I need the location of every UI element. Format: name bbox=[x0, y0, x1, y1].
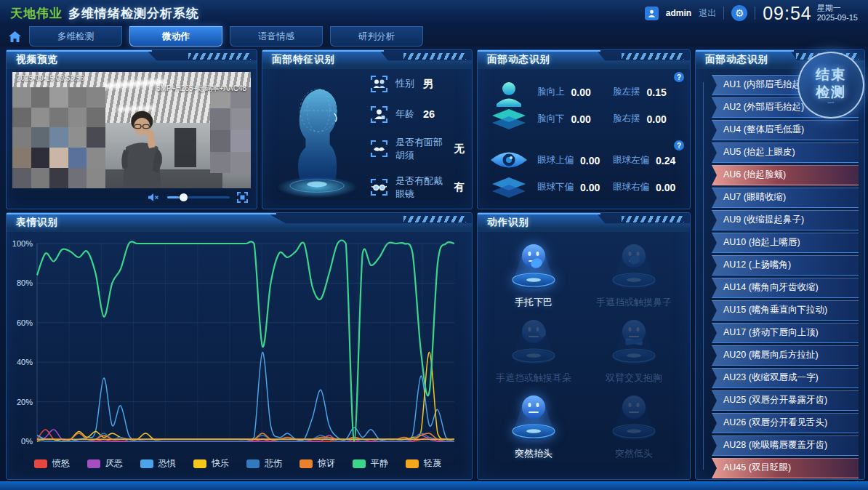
nav-bar: 多维检测微动作语音情感研判分析 bbox=[0, 26, 868, 47]
legend-item[interactable]: 平静 bbox=[353, 457, 388, 470]
username: admin bbox=[666, 8, 691, 18]
brand-logo: 天地伟业 bbox=[10, 5, 63, 22]
privacy-mosaic bbox=[12, 87, 105, 188]
volume-slider[interactable] bbox=[167, 196, 230, 198]
chart-legend: 愤怒厌恶恐惧快乐悲伤惊讶平静轻蔑 bbox=[9, 457, 466, 470]
tab-4[interactable]: 研判分析 bbox=[330, 26, 423, 47]
legend-item[interactable]: 恐惧 bbox=[140, 457, 176, 470]
action-grid: 手托下巴手遮挡或触摸鼻子手遮挡或触摸耳朵双臂交叉抱胸突然抬头突然低头 bbox=[478, 232, 690, 460]
mute-icon[interactable] bbox=[148, 193, 160, 202]
au-item[interactable]: AU45 (双目眨眼) bbox=[712, 458, 859, 478]
au-item[interactable]: AU17 (挤动下唇向上顶) bbox=[712, 323, 859, 343]
au-item[interactable]: AU12 (上扬嘴角) bbox=[712, 255, 859, 276]
feature-value: 无 bbox=[454, 142, 465, 156]
legend-item[interactable]: 惊讶 bbox=[300, 457, 335, 470]
clock: 09:54 星期一 2025-09-15 bbox=[763, 3, 858, 24]
legend-label: 平静 bbox=[371, 457, 388, 470]
legend-swatch bbox=[246, 459, 260, 468]
feature-value: 男 bbox=[423, 77, 434, 91]
legend-item[interactable]: 厌恶 bbox=[87, 457, 123, 470]
action-item[interactable]: 手遮挡或触摸鼻子 bbox=[584, 236, 684, 309]
au-item[interactable]: AU6 (抬起脸颊) bbox=[712, 165, 859, 185]
au-item[interactable]: AU4 (整体眉毛低垂) bbox=[712, 120, 859, 140]
au-item[interactable]: AU14 (嘴角向牙齿收缩) bbox=[712, 278, 859, 298]
au-item[interactable]: AU20 (嘴唇向后方拉扯) bbox=[712, 345, 859, 366]
hologram-head bbox=[267, 73, 370, 201]
feature-row: 年龄26 bbox=[370, 105, 465, 124]
weekday: 星期一 bbox=[817, 4, 858, 13]
legend-swatch bbox=[193, 459, 206, 468]
face-dynamics-panel: 面部动态识别 脸向上0.00脸左摆0.15脸向下0.00脸右摆0.00?眼球上偏… bbox=[477, 49, 691, 209]
feature-label: 是否有面部胡须 bbox=[395, 136, 446, 162]
face-features-panel: 面部特征识别 性别男 bbox=[262, 49, 473, 209]
home-icon[interactable] bbox=[0, 26, 29, 47]
feature-value: 有 bbox=[454, 180, 465, 194]
nav-tabs: 多维检测微动作语音情感研判分析 bbox=[29, 26, 430, 47]
svg-text:80%: 80% bbox=[17, 278, 33, 287]
beard-icon bbox=[370, 140, 388, 158]
legend-swatch bbox=[300, 459, 313, 468]
feature-label: 是否有配戴眼镜 bbox=[395, 174, 446, 201]
divider bbox=[723, 7, 724, 20]
au-item[interactable]: AU26 (双唇分开看见舌头) bbox=[712, 413, 859, 433]
legend-swatch bbox=[353, 459, 366, 468]
legend-label: 悲伤 bbox=[265, 457, 282, 470]
dynamics-cell: 脸左摆0.15 bbox=[613, 86, 683, 98]
video-player[interactable]: 2025-09-15 09:53:56 5MP+H265+定码率+AAC48 bbox=[12, 72, 251, 188]
tab-2[interactable]: 微动作 bbox=[129, 26, 222, 47]
age-icon bbox=[370, 105, 388, 124]
tab-1[interactable]: 多维检测 bbox=[29, 26, 122, 47]
legend-label: 轻蔑 bbox=[424, 457, 441, 470]
legend-item[interactable]: 快乐 bbox=[193, 457, 229, 470]
dynamics-value: 0.00 bbox=[656, 182, 675, 193]
action-item[interactable]: 双臂交叉抱胸 bbox=[584, 312, 684, 385]
action-item[interactable]: 手托下巴 bbox=[483, 236, 584, 309]
legend-item[interactable]: 轻蔑 bbox=[406, 457, 441, 470]
au-detection-panel: 面部动态识别 AU1 (内部眉毛抬起)AU2 (外部眉毛抬起)AU4 (整体眉毛… bbox=[695, 49, 865, 480]
dynamics-label: 脸向上 bbox=[537, 86, 565, 98]
dynamics-cell: 眼球左偏0.24 bbox=[613, 154, 683, 166]
action-item[interactable]: 手遮挡或触摸耳朵 bbox=[483, 312, 584, 385]
au-item[interactable]: AU9 (收缩提起鼻子) bbox=[712, 210, 859, 230]
au-item[interactable]: AU15 (嘴角垂直向下拉动) bbox=[712, 300, 859, 321]
dynamics-cell: 眼球上偏0.00 bbox=[537, 154, 607, 166]
au-item[interactable]: AU10 (抬起上嘴唇) bbox=[712, 233, 859, 253]
dynamics-label: 眼球上偏 bbox=[537, 154, 574, 166]
au-item[interactable]: AU23 (收缩双唇成一字) bbox=[712, 368, 859, 388]
action-item[interactable]: 突然低头 bbox=[584, 387, 684, 460]
legend-swatch bbox=[140, 459, 153, 468]
volume-knob[interactable] bbox=[180, 193, 188, 201]
action-label: 手遮挡或触摸耳朵 bbox=[496, 371, 571, 385]
au-item[interactable]: AU28 (吮吸嘴唇覆盖牙齿) bbox=[712, 435, 859, 456]
stop-detection-button[interactable]: 结束 检测 bbox=[797, 52, 864, 119]
action-hologram-icon bbox=[500, 387, 567, 446]
tab-3[interactable]: 语音情感 bbox=[230, 26, 323, 47]
legend-item[interactable]: 愤怒 bbox=[34, 457, 70, 470]
action-label: 双臂交叉抱胸 bbox=[606, 371, 662, 385]
dynamics-cell: 眼球右偏0.00 bbox=[613, 181, 683, 193]
logout-button[interactable]: 退出 bbox=[699, 7, 716, 20]
au-item[interactable]: AU25 (双唇分开暴露牙齿) bbox=[712, 390, 859, 411]
au-item[interactable]: AU7 (眼睛收缩) bbox=[712, 188, 859, 208]
video-timestamp-overlay: 2025-09-15 09:53:56 bbox=[17, 74, 84, 82]
svg-text:20%: 20% bbox=[17, 398, 33, 406]
help-icon[interactable]: ? bbox=[674, 140, 684, 150]
action-hologram-icon bbox=[500, 312, 567, 370]
help-icon[interactable]: ? bbox=[674, 72, 684, 82]
stop-button-line2: 检测 bbox=[816, 84, 846, 101]
legend-swatch bbox=[87, 459, 100, 468]
dynamics-value: 0.00 bbox=[647, 113, 667, 125]
app-root: 天地伟业 多维情绪检测分析系统 admin 退出 ⚙ 09:54 星期一 202… bbox=[0, 0, 868, 490]
gender-icon bbox=[370, 75, 388, 93]
time: 09:54 bbox=[763, 3, 812, 24]
dynamics-section: 脸向上0.00脸左摆0.15脸向下0.00脸右摆0.00? bbox=[485, 75, 683, 136]
action-item[interactable]: 突然抬头 bbox=[483, 387, 584, 460]
gear-icon[interactable]: ⚙ bbox=[731, 5, 747, 21]
dynamics-value: 0.00 bbox=[580, 182, 600, 193]
au-item[interactable]: AU5 (抬起上眼皮) bbox=[712, 142, 859, 163]
legend-item[interactable]: 悲伤 bbox=[246, 457, 282, 470]
panel-title: 面部动态识别 bbox=[478, 50, 690, 69]
action-label: 突然抬头 bbox=[515, 447, 552, 460]
user-avatar-icon bbox=[645, 7, 659, 20]
fullscreen-icon[interactable] bbox=[237, 192, 248, 203]
